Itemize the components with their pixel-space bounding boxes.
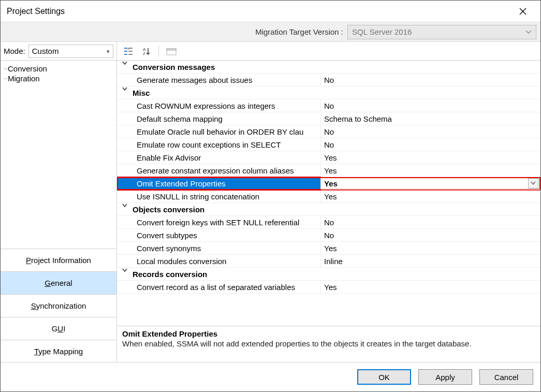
target-version-value: SQL Server 2016 bbox=[352, 27, 412, 36]
property-value[interactable]: No bbox=[321, 229, 540, 242]
property-row[interactable]: Use ISNULL in string concatenationYes bbox=[117, 190, 540, 203]
categorized-button[interactable]: + bbox=[121, 45, 136, 58]
tab-gui[interactable]: GUI bbox=[1, 317, 116, 340]
svg-text:+: + bbox=[127, 47, 129, 51]
chevron-down-icon bbox=[525, 30, 532, 34]
property-label: Use ISNULL in string concatenation bbox=[117, 190, 321, 203]
property-category[interactable]: Conversion messages bbox=[117, 61, 540, 74]
ok-button[interactable]: OK bbox=[357, 369, 411, 385]
expander-icon[interactable] bbox=[122, 86, 129, 92]
tab-general[interactable]: General bbox=[1, 271, 116, 294]
property-row[interactable]: Convert foreign keys with SET NULL refer… bbox=[117, 216, 540, 229]
description-body: When enabled, SSMA will not add extended… bbox=[122, 339, 535, 348]
tree-node-conversion[interactable]: ┈ Conversion bbox=[2, 64, 115, 74]
tree-branch-icon: ┈ bbox=[4, 75, 7, 82]
category-label: Records conversion bbox=[117, 268, 321, 281]
description-panel: Omit Extended Properties When enabled, S… bbox=[117, 326, 540, 362]
svg-rect-7 bbox=[128, 54, 133, 55]
property-label: Default schema mapping bbox=[117, 112, 321, 125]
titlebar: Project Settings bbox=[1, 1, 540, 22]
window: Project Settings Migration Target Versio… bbox=[0, 0, 541, 392]
svg-rect-13 bbox=[167, 49, 176, 50]
property-toolbar: + A Z bbox=[117, 42, 540, 61]
property-row[interactable]: Cast ROWNUM expressions as integersNo bbox=[117, 99, 540, 112]
property-category[interactable]: Objects conversion bbox=[117, 203, 540, 216]
close-icon bbox=[519, 8, 527, 15]
property-row[interactable]: Emulate row count exceptions in SELECTNo bbox=[117, 138, 540, 151]
expander-icon[interactable] bbox=[122, 61, 129, 66]
property-value[interactable]: Yes bbox=[321, 242, 540, 255]
property-value[interactable]: Yes bbox=[321, 177, 540, 190]
property-value[interactable]: No bbox=[321, 138, 540, 151]
property-value[interactable]: Yes bbox=[321, 190, 540, 203]
property-value[interactable]: Schema to Schema bbox=[321, 112, 540, 125]
property-label: Convert synonyms bbox=[117, 242, 321, 255]
property-value[interactable]: No bbox=[321, 99, 540, 112]
window-title: Project Settings bbox=[7, 7, 65, 16]
value-dropdown-button[interactable] bbox=[528, 178, 538, 188]
property-label: Cast ROWNUM expressions as integers bbox=[117, 99, 321, 112]
target-version-bar: Migration Target Version : SQL Server 20… bbox=[1, 22, 540, 42]
property-category[interactable]: Misc bbox=[117, 86, 540, 99]
property-label: Emulate row count exceptions in SELECT bbox=[117, 138, 321, 151]
mode-bar: Mode: Custom ▾ bbox=[1, 42, 116, 61]
categorized-icon: + bbox=[124, 47, 133, 56]
tab-projinfo[interactable]: Project Information bbox=[1, 249, 116, 271]
property-label: Convert record as a list of separated va… bbox=[117, 281, 321, 294]
mode-combo[interactable]: Custom ▾ bbox=[28, 45, 113, 58]
property-row[interactable]: Generate constant expression column alia… bbox=[117, 164, 540, 177]
property-row[interactable]: Convert subtypesNo bbox=[117, 229, 540, 242]
tab-label: General bbox=[45, 279, 72, 287]
property-label: Emulate Oracle null behavior in ORDER BY… bbox=[117, 125, 321, 138]
tab-label: Synchronization bbox=[31, 301, 86, 310]
cancel-button[interactable]: Cancel bbox=[479, 369, 533, 385]
property-category[interactable]: Records conversion bbox=[117, 268, 540, 281]
tab-sync[interactable]: Synchronization bbox=[1, 294, 116, 317]
category-label: Conversion messages bbox=[117, 61, 321, 74]
property-label: Convert subtypes bbox=[117, 229, 321, 242]
tree-node-label: Conversion bbox=[8, 64, 47, 73]
property-value[interactable]: Yes bbox=[321, 164, 540, 177]
apply-button[interactable]: Apply bbox=[418, 369, 472, 385]
property-row[interactable]: Convert synonymsYes bbox=[117, 242, 540, 255]
property-value[interactable]: No bbox=[321, 125, 540, 138]
main-area: Mode: Custom ▾ ┈ Conversion ┈ Migration … bbox=[1, 42, 540, 362]
ok-label: OK bbox=[378, 373, 390, 382]
property-value[interactable]: No bbox=[321, 74, 540, 86]
expander-icon[interactable] bbox=[122, 203, 129, 208]
tab-typemap[interactable]: Type Mapping bbox=[1, 340, 116, 362]
svg-text:Z: Z bbox=[143, 51, 145, 56]
settings-tree[interactable]: ┈ Conversion ┈ Migration bbox=[1, 61, 116, 249]
property-row[interactable]: Generate messages about issuesNo bbox=[117, 74, 540, 86]
property-label: Omit Extended Properties bbox=[117, 177, 321, 190]
dropdown-arrow-icon: ▾ bbox=[107, 48, 110, 54]
cancel-label: Cancel bbox=[494, 373, 519, 382]
mode-value: Custom bbox=[32, 47, 59, 55]
property-row[interactable]: Omit Extended PropertiesYes bbox=[117, 177, 540, 190]
property-value[interactable]: Yes bbox=[321, 281, 540, 294]
property-row[interactable]: Enable Fix AdvisorYes bbox=[117, 151, 540, 164]
property-label: Generate messages about issues bbox=[117, 74, 321, 86]
property-value[interactable]: Inline bbox=[321, 255, 540, 268]
target-version-combo[interactable]: SQL Server 2016 bbox=[347, 25, 536, 39]
chevron-down-icon bbox=[531, 181, 536, 185]
property-value[interactable]: Yes bbox=[321, 151, 540, 164]
category-tabs: Project InformationGeneralSynchronizatio… bbox=[1, 249, 116, 362]
property-row[interactable]: Local modules conversionInline bbox=[117, 255, 540, 268]
property-grid-wrap: Conversion messagesGenerate messages abo… bbox=[117, 61, 540, 326]
expander-icon[interactable] bbox=[122, 268, 129, 273]
svg-rect-4 bbox=[124, 54, 127, 55]
close-button[interactable] bbox=[511, 1, 534, 22]
property-grid[interactable]: Conversion messagesGenerate messages abo… bbox=[117, 61, 540, 326]
property-pages-icon bbox=[166, 47, 177, 55]
property-value[interactable]: No bbox=[321, 216, 540, 229]
tree-node-migration[interactable]: ┈ Migration bbox=[2, 74, 115, 83]
description-title: Omit Extended Properties bbox=[122, 329, 535, 338]
dialog-footer: OK Apply Cancel bbox=[1, 362, 540, 391]
property-row[interactable]: Emulate Oracle null behavior in ORDER BY… bbox=[117, 125, 540, 138]
property-row[interactable]: Convert record as a list of separated va… bbox=[117, 281, 540, 294]
alphabetical-button[interactable]: A Z bbox=[139, 45, 153, 58]
property-row[interactable]: Default schema mappingSchema to Schema bbox=[117, 112, 540, 125]
mode-label: Mode: bbox=[4, 47, 25, 55]
property-pages-button[interactable] bbox=[164, 45, 179, 58]
